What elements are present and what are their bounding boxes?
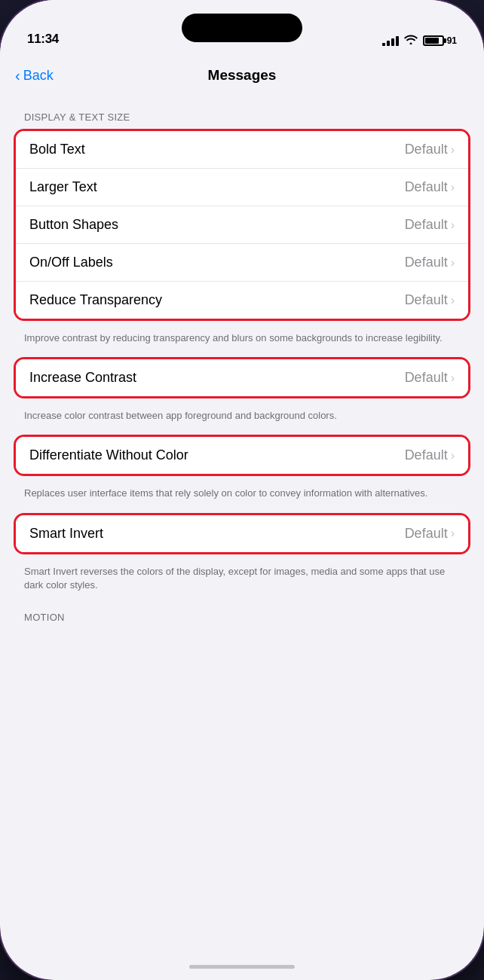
- home-bar: [189, 965, 295, 969]
- bold-text-right: Default ›: [405, 142, 455, 157]
- button-shapes-row[interactable]: Button Shapes Default ›: [16, 206, 468, 244]
- bold-text-chevron-icon: ›: [451, 143, 455, 157]
- bold-text-value: Default: [405, 142, 448, 157]
- button-shapes-right: Default ›: [405, 217, 455, 233]
- on-off-labels-value: Default: [405, 255, 448, 270]
- larger-text-row[interactable]: Larger Text Default ›: [16, 169, 468, 206]
- screen: 11:34 91: [0, 0, 484, 980]
- differentiate-without-color-row[interactable]: Differentiate Without Color Default ›: [16, 437, 468, 474]
- differentiate-without-color-group: Differentiate Without Color Default ›: [14, 435, 470, 476]
- larger-text-label: Larger Text: [29, 179, 97, 195]
- home-indicator: [0, 953, 484, 980]
- differentiate-without-color-chevron-icon: ›: [451, 449, 455, 463]
- reduce-transparency-right: Default ›: [405, 292, 455, 308]
- display-text-section-label: DISPLAY & TEXT SIZE: [0, 111, 484, 129]
- reduce-transparency-row[interactable]: Reduce Transparency Default ›: [16, 282, 468, 319]
- smart-invert-chevron-icon: ›: [451, 527, 455, 540]
- signal-bars-icon: [382, 35, 399, 46]
- increase-contrast-group: Increase Contrast Default ›: [14, 357, 470, 398]
- back-chevron-icon: ‹: [15, 68, 20, 83]
- dynamic-island: [182, 14, 302, 42]
- smart-invert-description: Smart Invert reverses the colors of the …: [0, 559, 484, 604]
- display-text-group: Bold Text Default › Larger Text Default …: [14, 129, 470, 321]
- back-button[interactable]: ‹ Back: [15, 68, 54, 84]
- motion-section-label: MOTION: [0, 612, 484, 629]
- phone-shell: 11:34 91: [0, 0, 484, 980]
- back-label: Back: [23, 68, 54, 84]
- signal-bar-2: [387, 41, 390, 46]
- battery-fill: [425, 38, 440, 44]
- signal-bar-3: [391, 38, 394, 46]
- status-time: 11:34: [27, 32, 59, 47]
- increase-contrast-right: Default ›: [405, 370, 455, 386]
- on-off-labels-chevron-icon: ›: [451, 256, 455, 270]
- page-title: Messages: [208, 67, 277, 84]
- differentiate-without-color-right: Default ›: [405, 447, 455, 463]
- reduce-transparency-chevron-icon: ›: [451, 294, 455, 307]
- status-icons: 91: [382, 34, 457, 47]
- increase-contrast-chevron-icon: ›: [451, 371, 455, 385]
- larger-text-chevron-icon: ›: [451, 181, 455, 194]
- button-shapes-label: Button Shapes: [29, 217, 118, 233]
- smart-invert-right: Default ›: [405, 526, 455, 542]
- larger-text-value: Default: [405, 179, 448, 195]
- battery-container: 91: [423, 35, 457, 46]
- button-shapes-value: Default: [405, 217, 448, 233]
- differentiate-without-color-label: Differentiate Without Color: [29, 447, 188, 463]
- larger-text-right: Default ›: [405, 179, 455, 195]
- nav-bar: ‹ Back Messages: [0, 54, 484, 96]
- bold-text-row[interactable]: Bold Text Default ›: [16, 131, 468, 169]
- settings-content: DISPLAY & TEXT SIZE Bold Text Default › …: [0, 96, 484, 953]
- signal-bar-4: [396, 36, 399, 46]
- differentiate-without-color-value: Default: [405, 447, 448, 463]
- increase-contrast-description: Increase color contrast between app fore…: [0, 403, 484, 435]
- smart-invert-group: Smart Invert Default ›: [14, 513, 470, 554]
- wifi-icon: [404, 34, 418, 47]
- increase-contrast-row[interactable]: Increase Contrast Default ›: [16, 359, 468, 396]
- on-off-labels-right: Default ›: [405, 255, 455, 270]
- increase-contrast-value: Default: [405, 370, 448, 386]
- reduce-transparency-value: Default: [405, 292, 448, 308]
- reduce-transparency-label: Reduce Transparency: [29, 292, 162, 308]
- on-off-labels-row[interactable]: On/Off Labels Default ›: [16, 244, 468, 282]
- smart-invert-label: Smart Invert: [29, 526, 103, 542]
- button-shapes-chevron-icon: ›: [451, 218, 455, 232]
- smart-invert-row[interactable]: Smart Invert Default ›: [16, 515, 468, 552]
- increase-contrast-label: Increase Contrast: [29, 370, 136, 386]
- differentiate-without-color-description: Replaces user interface items that rely …: [0, 481, 484, 512]
- battery-label: 91: [447, 35, 457, 46]
- bold-text-label: Bold Text: [29, 142, 85, 157]
- on-off-labels-label: On/Off Labels: [29, 255, 113, 270]
- reduce-transparency-description: Improve contrast by reducing transparenc…: [0, 325, 484, 357]
- smart-invert-value: Default: [405, 526, 448, 542]
- signal-bar-1: [382, 43, 385, 46]
- battery-icon: [423, 35, 444, 46]
